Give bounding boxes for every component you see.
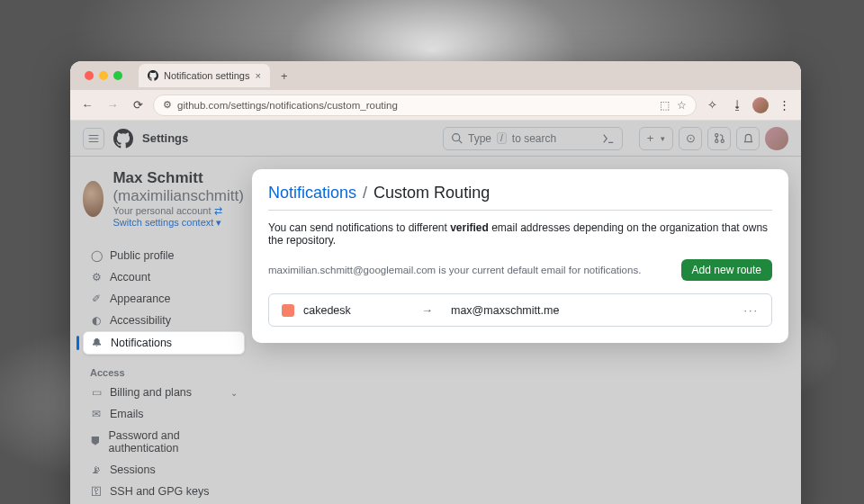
panel-description: You can send notifications to different …: [268, 221, 772, 247]
arrow-right-icon: →: [421, 303, 433, 317]
nav-label: Emails: [110, 408, 144, 420]
desc-bold: verified: [450, 221, 489, 234]
github-logo[interactable]: [113, 129, 133, 148]
browser-profile-avatar[interactable]: [752, 97, 769, 113]
route-org-name: cakedesk: [303, 304, 351, 317]
swap-icon: ⇄: [214, 205, 222, 216]
custom-routing-panel: Notifications / Custom Routing You can s…: [252, 169, 788, 343]
create-new-button[interactable]: +▾: [639, 127, 673, 150]
install-app-icon[interactable]: ⬚: [660, 99, 670, 112]
sidebar: Max Schmitt (maximilianschmitt) Your per…: [83, 169, 245, 504]
nav-accessibility[interactable]: ◐Accessibility: [83, 310, 245, 331]
back-button[interactable]: ←: [77, 95, 97, 115]
desc-text: You can send notifications to different: [268, 221, 450, 234]
maximize-window-button[interactable]: [113, 71, 122, 80]
page-title: Settings: [142, 131, 188, 145]
new-tab-button[interactable]: +: [275, 69, 293, 83]
nav-label: Billing and plans: [110, 386, 192, 399]
account-type-label: Your personal account: [112, 205, 211, 216]
nav-section-access: Access: [90, 367, 245, 378]
url-text: github.com/settings/notifications/custom…: [177, 100, 398, 111]
downloads-button[interactable]: ⭳: [727, 95, 747, 115]
browser-tab[interactable]: Notification settings ×: [139, 64, 270, 87]
add-new-route-button[interactable]: Add new route: [681, 259, 772, 281]
user-display-name: Max Schmitt: [112, 169, 202, 186]
paintbrush-icon: ✐: [90, 292, 103, 305]
chevron-down-icon: ▾: [216, 217, 221, 228]
accessibility-icon: ◐: [90, 314, 103, 327]
issues-button[interactable]: ⊙: [679, 127, 702, 150]
svg-point-0: [453, 134, 460, 141]
close-window-button[interactable]: [85, 71, 94, 80]
page-content: Settings Type / to search +▾ ⊙: [70, 121, 801, 504]
user-avatar[interactable]: [765, 127, 788, 150]
browser-toolbar: ← → ⟳ ⚙ github.com/settings/notification…: [70, 90, 801, 121]
nav-ssh[interactable]: ⚿SSH and GPG keys: [83, 481, 245, 502]
user-login: (maximilianschmitt): [112, 187, 243, 204]
nav-label: Accessibility: [110, 314, 171, 327]
switch-context-link[interactable]: Switch settings context: [112, 217, 213, 228]
nav-emails[interactable]: ✉Emails: [83, 403, 245, 425]
bookmark-icon[interactable]: ☆: [677, 99, 687, 112]
bell-icon: 🔔︎: [91, 337, 104, 349]
github-header: Settings Type / to search +▾ ⊙: [70, 121, 801, 157]
nav-label: SSH and GPG keys: [110, 485, 209, 498]
svg-point-2: [715, 134, 717, 137]
search-input[interactable]: Type / to search: [443, 127, 623, 150]
shield-icon: ⛊: [90, 436, 102, 448]
nav-password[interactable]: ⛊Password and authentication: [83, 425, 245, 459]
hamburger-menu[interactable]: [83, 128, 104, 149]
extensions-button[interactable]: ✧: [702, 95, 722, 115]
nav-account[interactable]: ⚙Account: [83, 266, 245, 288]
notifications-button[interactable]: [736, 127, 760, 150]
tab-strip: Notification settings × +: [70, 61, 801, 90]
user-header: Max Schmitt (maximilianschmitt) Your per…: [83, 169, 245, 229]
route-actions-menu[interactable]: ···: [744, 304, 759, 317]
person-icon: ◯: [90, 249, 103, 262]
nav-label: Notifications: [111, 337, 172, 349]
nav-public-profile[interactable]: ◯Public profile: [83, 245, 245, 266]
search-shortcut-key: /: [497, 132, 507, 144]
default-email-text: maximilian.schmitt@googlemail.com is you…: [268, 265, 641, 275]
org-avatar: [282, 304, 294, 317]
breadcrumb-notifications-link[interactable]: Notifications: [268, 184, 356, 202]
address-bar[interactable]: ⚙ github.com/settings/notifications/cust…: [153, 94, 697, 116]
tab-title: Notification settings: [164, 70, 249, 81]
settings-nav: ◯Public profile ⚙Account ✐Appearance ◐Ac…: [83, 245, 245, 504]
credit-card-icon: ▭: [90, 386, 103, 399]
nav-notifications[interactable]: 🔔︎Notifications: [83, 331, 245, 355]
tab-favicon: [148, 70, 158, 81]
search-placeholder-post: to search: [512, 132, 556, 145]
command-palette-icon[interactable]: [602, 132, 615, 145]
key-icon: ⚿: [90, 485, 103, 498]
reload-button[interactable]: ⟳: [128, 95, 148, 115]
nav-label: Password and authentication: [109, 429, 238, 454]
nav-billing[interactable]: ▭Billing and plans⌄: [83, 382, 245, 403]
close-tab-button[interactable]: ×: [255, 70, 260, 81]
browser-menu-button[interactable]: ⋮: [774, 95, 794, 115]
nav-sessions[interactable]: 📡︎Sessions: [83, 459, 245, 481]
svg-point-4: [721, 140, 724, 142]
minimize-window-button[interactable]: [99, 71, 108, 80]
pull-requests-button[interactable]: [707, 127, 731, 150]
breadcrumb-current: Custom Routing: [374, 184, 490, 202]
nav-label: Account: [110, 271, 150, 284]
route-email: max@maxschmitt.me: [451, 304, 559, 317]
browser-window: Notification settings × + ← → ⟳ ⚙ github…: [70, 61, 801, 504]
breadcrumb-separator: /: [363, 184, 367, 202]
nav-appearance[interactable]: ✐Appearance: [83, 288, 245, 310]
profile-avatar: [83, 181, 104, 217]
route-row: cakedesk → max@maxschmitt.me ···: [268, 293, 772, 327]
search-placeholder-pre: Type: [468, 132, 491, 145]
main-column: Notifications / Custom Routing You can s…: [252, 169, 788, 504]
broadcast-icon: 📡︎: [90, 464, 103, 476]
chevron-down-icon: ⌄: [230, 388, 238, 398]
window-controls: [85, 71, 122, 80]
search-icon: [451, 132, 463, 144]
forward-button[interactable]: →: [103, 95, 122, 115]
svg-line-1: [459, 140, 462, 143]
breadcrumb: Notifications / Custom Routing: [268, 184, 772, 211]
nav-label: Sessions: [110, 464, 156, 476]
site-settings-icon[interactable]: ⚙: [163, 99, 172, 111]
mail-icon: ✉: [90, 408, 103, 420]
